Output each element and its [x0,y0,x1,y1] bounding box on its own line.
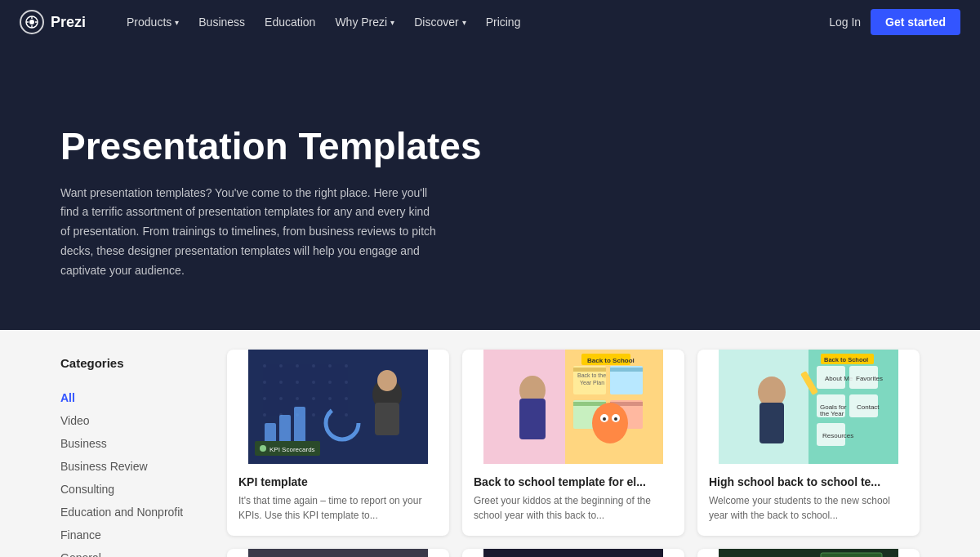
sidebar-item-all[interactable]: All [60,386,207,409]
svg-text:Favorites: Favorites [856,375,883,382]
svg-point-28 [312,413,315,417]
card-body: Back to school template for el... Greet … [462,464,684,536]
svg-point-12 [345,364,348,368]
svg-rect-44 [573,368,606,372]
svg-point-11 [328,364,332,368]
card-title: KPI template [238,475,438,488]
svg-rect-48 [610,368,643,372]
card-title: Back to school template for el... [474,475,673,488]
chevron-down-icon: ▾ [175,18,179,27]
svg-point-13 [263,381,266,384]
svg-point-19 [263,397,266,400]
svg-text:About Me: About Me [825,375,853,382]
svg-text:Back to School: Back to School [824,356,868,363]
svg-point-24 [345,397,348,400]
svg-text:Year Plan: Year Plan [580,380,604,385]
template-card-highschool[interactable]: About Me Favorites Goals for the Year Co… [697,350,920,536]
logo-text: Prezi [51,14,86,31]
chevron-down-icon: ▾ [462,18,466,27]
card-thumbnail-school: Back to the Year Plan [462,350,684,464]
sidebar: Categories All Video Business Business R… [60,350,207,557]
page-title: Presentation Templates [60,126,760,167]
nav-discover[interactable]: Discover ▾ [406,11,474,33]
sidebar-item-video[interactable]: Video [60,409,207,432]
card-title: High school back to school te... [709,475,908,488]
categories-heading: Categories [60,356,207,370]
svg-point-55 [592,403,628,443]
logo-icon [20,10,44,34]
svg-text:KPI  Scorecards: KPI Scorecards [270,446,315,453]
card-body: KPI template It's that time again – time… [227,464,449,536]
svg-point-14 [279,381,283,384]
svg-rect-33 [375,403,399,435]
svg-text:Back to the: Back to the [577,372,606,378]
svg-point-1 [29,20,34,25]
svg-point-7 [263,364,266,368]
svg-point-17 [328,381,332,384]
template-card-alumni[interactable]: Leonards Corp ALUMNI RELATIONS Alumni re… [697,549,920,557]
card-body: High school back to school te... Welcome… [697,464,920,536]
svg-point-25 [263,413,266,417]
navbar: Prezi Products ▾ Business Education Why … [0,0,980,44]
sidebar-item-finance[interactable]: Finance [60,524,207,546]
svg-point-23 [328,397,332,400]
template-card-quarterly[interactable]: Overview Review Future planning Closing … [227,549,449,557]
card-thumbnail-alumni: Leonards Corp ALUMNI RELATIONS [697,549,920,557]
main-content: Categories All Video Business Business R… [41,330,939,557]
sidebar-item-consulting[interactable]: Consulting [60,478,207,501]
template-card-kpi[interactable]: KPI Scorecards KPI template It's that ti… [227,350,449,536]
svg-rect-50 [573,402,606,406]
nav-education[interactable]: Education [256,11,323,33]
template-card-school[interactable]: Back to the Year Plan [462,350,684,536]
svg-text:Resources: Resources [822,432,853,439]
card-thumbnail-quarterly: Overview Review Future planning Closing … [227,549,449,557]
hero-section: Presentation Templates Want presentation… [0,44,980,330]
hero-description: Want presentation templates? You've come… [60,184,436,281]
nav-why-prezi[interactable]: Why Prezi ▾ [327,11,403,33]
template-card-awards[interactable]: Celebration Awards AWARDS CEREMONY Award… [462,549,684,557]
svg-point-59 [614,417,617,421]
nav-actions: Log In Get started [829,9,960,35]
svg-rect-65 [760,403,784,443]
svg-point-39 [260,445,266,452]
svg-point-9 [296,364,299,368]
svg-rect-80 [248,549,428,557]
svg-point-15 [296,381,299,384]
chevron-down-icon: ▾ [390,18,394,27]
card-thumbnail-kpi: KPI Scorecards [227,350,449,464]
templates-grid: KPI Scorecards KPI template It's that ti… [227,350,920,557]
svg-point-16 [312,381,315,384]
svg-point-18 [345,381,348,384]
card-description: It's that time again – time to report on… [238,493,438,523]
svg-text:the Year: the Year [820,410,844,417]
svg-point-58 [603,417,606,421]
sidebar-item-business-review[interactable]: Business Review [60,455,207,478]
nav-products[interactable]: Products ▾ [118,11,187,33]
svg-point-22 [312,397,315,400]
nav-business[interactable]: Business [190,11,253,33]
svg-point-21 [296,397,299,400]
logo[interactable]: Prezi [20,10,86,34]
svg-text:Contact: Contact [857,403,880,411]
svg-point-32 [377,370,397,391]
nav-pricing[interactable]: Pricing [478,11,529,33]
svg-point-30 [345,413,348,417]
svg-point-20 [279,397,283,400]
card-description: Greet your kiddos at the beginning of th… [474,493,673,523]
svg-point-10 [312,364,315,368]
sidebar-item-business[interactable]: Business [60,432,207,455]
svg-rect-54 [519,399,546,439]
nav-links: Products ▾ Business Education Why Prezi … [118,11,829,33]
svg-point-8 [279,364,283,368]
sidebar-item-general[interactable]: General [60,546,207,557]
login-link[interactable]: Log In [829,16,861,29]
get-started-button[interactable]: Get started [871,9,960,35]
card-description: Welcome your students to the new school … [709,493,908,523]
card-thumbnail-awards: Celebration Awards AWARDS CEREMONY [462,549,684,557]
svg-text:Back to School: Back to School [587,357,635,364]
card-thumbnail-highschool: About Me Favorites Goals for the Year Co… [697,350,920,464]
sidebar-item-education-nonprofit[interactable]: Education and Nonprofit [60,501,207,524]
svg-rect-98 [483,549,663,557]
